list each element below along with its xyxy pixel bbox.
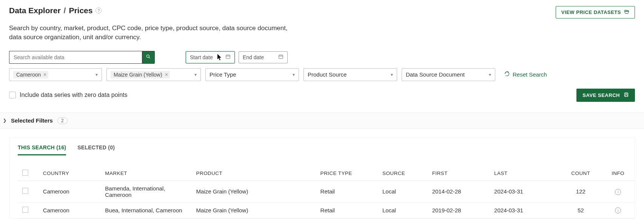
row-checkbox[interactable] xyxy=(22,188,28,194)
product-chip: Maize Grain (Yellow) ✕ xyxy=(111,71,170,78)
calendar-icon xyxy=(278,54,283,60)
chevron-down-icon: ▾ xyxy=(293,72,295,77)
folder-open-icon xyxy=(624,9,629,15)
results-table: COUNTRY MARKET PRODUCT PRICE TYPE SOURCE… xyxy=(18,166,635,218)
save-search-button[interactable]: SAVE SEARCH xyxy=(576,89,635,102)
chip-label: Maize Grain (Yellow) xyxy=(114,72,162,78)
calendar-icon xyxy=(225,54,231,60)
col-info: INFO xyxy=(601,166,635,181)
button-label: SAVE SEARCH xyxy=(582,92,620,98)
reset-label: Reset Search xyxy=(513,71,547,78)
col-product[interactable]: PRODUCT xyxy=(192,166,316,181)
row-checkbox[interactable] xyxy=(22,207,28,213)
start-date-placeholder: Start date xyxy=(190,54,213,60)
tab-selected[interactable]: SELECTED (0) xyxy=(77,144,115,155)
placeholder: Product Source xyxy=(308,71,347,78)
search-icon xyxy=(146,54,151,60)
chevron-down-icon: ▾ xyxy=(96,72,98,77)
search-input[interactable] xyxy=(9,51,142,64)
end-date-input[interactable]: End date xyxy=(239,51,288,63)
breadcrumb: Data Explorer / Prices ? xyxy=(9,6,102,15)
cell-market: Buea, International, Cameroon xyxy=(100,202,191,218)
product-source-filter[interactable]: Product Source ▾ xyxy=(304,68,397,81)
chevron-right-icon: ❯ xyxy=(3,118,6,123)
button-label: VIEW PRICE DATASETS xyxy=(561,9,621,15)
end-date-placeholder: End date xyxy=(243,54,264,60)
cell-count: 52 xyxy=(560,202,602,218)
col-count[interactable]: COUNT xyxy=(560,166,602,181)
help-icon[interactable]: ? xyxy=(96,8,102,14)
col-market[interactable]: MARKET xyxy=(100,166,191,181)
svg-rect-6 xyxy=(279,55,283,58)
col-source[interactable]: SOURCE xyxy=(378,166,428,181)
view-price-datasets-button[interactable]: VIEW PRICE DATASETS xyxy=(556,6,635,18)
cell-last: 2024-03-31 xyxy=(490,202,560,218)
svg-rect-12 xyxy=(625,95,627,96)
product-filter[interactable]: Maize Grain (Yellow) ✕ ▾ xyxy=(106,68,201,81)
cell-source: Local xyxy=(378,202,428,218)
chevron-down-icon: ▾ xyxy=(194,72,197,77)
table-row[interactable]: Cameroon Bamenda, International, Cameroo… xyxy=(18,181,635,202)
info-icon[interactable]: i xyxy=(615,189,621,195)
cell-first: 2019-02-28 xyxy=(428,202,490,218)
selected-filters-bar[interactable]: ❯ Selected Filters 2 xyxy=(0,112,644,129)
cell-last: 2024-03-31 xyxy=(490,181,560,202)
cell-country: Cameroon xyxy=(39,181,100,202)
search-button[interactable] xyxy=(142,51,155,64)
cell-count: 122 xyxy=(560,181,602,202)
col-last[interactable]: LAST xyxy=(490,166,560,181)
placeholder: Price Type xyxy=(210,71,236,78)
country-filter[interactable]: Cameroon ✕ ▾ xyxy=(9,68,102,81)
country-chip: Cameroon ✕ xyxy=(13,71,48,78)
info-icon[interactable]: i xyxy=(615,207,621,213)
table-row[interactable]: Cameroon Buea, International, Cameroon M… xyxy=(18,202,635,218)
reset-search-button[interactable]: Reset Search xyxy=(504,71,547,78)
breadcrumb-sep: / xyxy=(64,6,66,15)
cell-market: Bamenda, International, Cameroon xyxy=(100,181,191,202)
col-first[interactable]: FIRST xyxy=(428,166,490,181)
select-all-checkbox[interactable] xyxy=(22,170,28,176)
breadcrumb-root[interactable]: Data Explorer xyxy=(9,6,61,15)
cell-first: 2014-02-28 xyxy=(428,181,490,202)
svg-point-0 xyxy=(146,55,149,57)
breadcrumb-page: Prices xyxy=(69,6,92,15)
cell-product: Maize Grain (Yellow) xyxy=(192,181,316,202)
selected-filters-count: 2 xyxy=(57,117,68,124)
include-zero-checkbox[interactable] xyxy=(9,92,16,98)
data-source-doc-filter[interactable]: Data Source Document ▾ xyxy=(402,68,495,81)
cell-price-type: Retail xyxy=(316,202,378,218)
search-box xyxy=(9,51,155,64)
page-description: Search by country, market, product, CPC … xyxy=(9,24,296,42)
svg-rect-11 xyxy=(626,93,627,94)
svg-rect-2 xyxy=(226,55,230,58)
save-icon xyxy=(624,92,629,98)
cell-product: Maize Grain (Yellow) xyxy=(192,202,316,218)
col-country[interactable]: COUNTRY xyxy=(39,166,100,181)
chevron-down-icon: ▾ xyxy=(489,72,491,77)
chevron-down-icon: ▾ xyxy=(391,72,393,77)
start-date-input[interactable]: Start date xyxy=(186,51,235,63)
remove-chip-icon[interactable]: ✕ xyxy=(43,72,47,77)
refresh-icon xyxy=(504,71,510,78)
cell-country: Cameroon xyxy=(39,202,100,218)
tab-this-search[interactable]: THIS SEARCH (16) xyxy=(18,144,66,155)
price-type-filter[interactable]: Price Type ▾ xyxy=(205,68,299,81)
cell-source: Local xyxy=(378,181,428,202)
results-panel: THIS SEARCH (16) SELECTED (0) COUNTRY MA… xyxy=(9,137,635,219)
include-zero-label: Include data series with zero data point… xyxy=(20,92,128,98)
selected-filters-label: Selected Filters xyxy=(11,117,53,124)
svg-line-1 xyxy=(149,57,150,58)
col-price-type[interactable]: PRICE TYPE xyxy=(316,166,378,181)
chip-label: Cameroon xyxy=(16,72,41,78)
cell-price-type: Retail xyxy=(316,181,378,202)
placeholder: Data Source Document xyxy=(406,71,465,78)
remove-chip-icon[interactable]: ✕ xyxy=(165,72,168,77)
